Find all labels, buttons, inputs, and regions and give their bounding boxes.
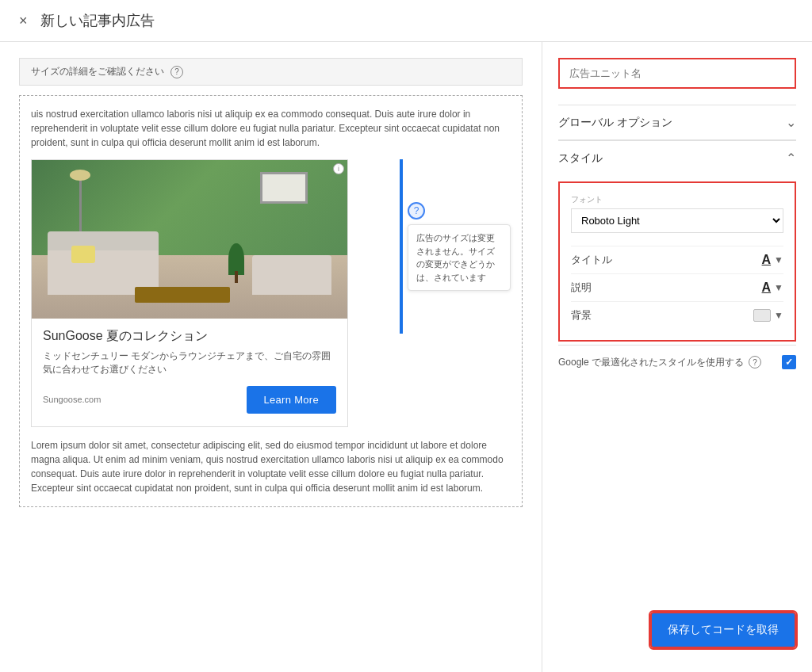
wall-art <box>260 172 308 204</box>
style-section-header[interactable]: スタイル ⌃ <box>558 140 796 175</box>
bg-color-label: 背景 <box>571 308 592 323</box>
google-optimize-checkbox[interactable]: ✓ <box>782 355 796 369</box>
ad-body: SunGoose 夏のコレクション ミッドセンチュリー モダンからラウンジチェア… <box>32 319 347 426</box>
ad-description: ミッドセンチュリー モダンからラウンジチェアまで、ご自宅の雰囲気に合わせてお選び… <box>43 349 336 376</box>
style-section: スタイル ⌃ フォント Roboto Light Arial Georgia T… <box>558 139 796 379</box>
ad-title: SunGoose 夏のコレクション <box>43 328 336 345</box>
font-label: フォント <box>571 194 783 205</box>
plant <box>228 243 244 275</box>
size-help-icon[interactable]: ? <box>170 66 183 78</box>
ad-domain: Sungoose.com <box>43 395 101 404</box>
desc-color-icon: A <box>762 281 772 295</box>
bg-color-arrow-icon: ▼ <box>774 310 783 321</box>
checkmark-icon: ✓ <box>785 357 793 368</box>
page-wrapper: × 新しい記事内広告 サイズの詳細をご確認ください ? uis nostrud … <box>0 0 812 672</box>
save-button-container: 保存してコードを取得 <box>558 596 796 656</box>
title-color-arrow-icon: ▼ <box>774 254 783 265</box>
size-notice-bar: サイズの詳細をご確認ください ? <box>19 58 523 86</box>
desc-color-row: 説明 A ▼ <box>571 273 783 301</box>
title-color-row: タイトル A ▼ <box>571 246 783 273</box>
header: × 新しい記事内広告 <box>0 0 812 42</box>
style-chevron-icon: ⌃ <box>786 151 796 166</box>
style-label: スタイル <box>558 151 603 166</box>
main-content: サイズの詳細をご確認ください ? uis nostrud exercitatio… <box>0 42 812 672</box>
global-options-section[interactable]: グローバル オプション ⌄ <box>558 105 796 139</box>
save-code-button[interactable]: 保存してコードを取得 <box>650 612 796 648</box>
ad-unit-name-input[interactable] <box>558 58 796 89</box>
ad-image <box>32 160 347 319</box>
ad-card: i <box>31 159 348 427</box>
preview-area: uis nostrud exercitation ullamco laboris… <box>19 95 523 507</box>
ad-info-icon[interactable]: i <box>333 163 344 174</box>
global-options-chevron-icon: ⌄ <box>786 115 796 130</box>
title-color-icon: A <box>762 253 772 267</box>
style-body: フォント Roboto Light Arial Georgia Times Ne… <box>558 181 796 342</box>
coffee-table <box>135 287 230 303</box>
size-notice-text: サイズの詳細をご確認ください <box>31 65 164 78</box>
left-panel: サイズの詳細をご確認ください ? uis nostrud exercitatio… <box>0 42 542 672</box>
tooltip-bubble: 広告のサイズは変更されません。サイズの変更ができどうかは、されています <box>408 224 511 291</box>
sofa-right <box>252 255 331 295</box>
tooltip-help-icon[interactable]: ? <box>408 202 425 220</box>
title-color-picker[interactable]: A ▼ <box>762 253 783 267</box>
bottom-lorem-text: Lorem ipsum dolor sit amet, consectetur … <box>31 438 511 495</box>
page-title: 新しい記事内広告 <box>40 11 155 30</box>
google-optimize-label: Google で最適化されたスタイルを使用する ? <box>558 356 761 369</box>
top-lorem-text: uis nostrud exercitation ullamco laboris… <box>31 107 511 150</box>
pillow <box>71 246 95 263</box>
ad-footer: Sungoose.com Learn More <box>43 386 336 417</box>
google-optimize-text: Google で最適化されたスタイルを使用する <box>558 356 744 369</box>
google-optimize-row: Google で最適化されたスタイルを使用する ? ✓ <box>558 345 796 379</box>
blue-indicator-bar <box>400 159 403 334</box>
desc-color-label: 説明 <box>571 281 592 295</box>
font-select[interactable]: Roboto Light Arial Georgia Times New Rom… <box>571 208 783 233</box>
lamp <box>79 176 82 239</box>
google-optimize-help-icon[interactable]: ? <box>749 356 761 368</box>
bg-color-row: 背景 ▼ <box>571 301 783 329</box>
desc-color-arrow-icon: ▼ <box>774 282 783 293</box>
close-button[interactable]: × <box>19 13 28 28</box>
title-color-label: タイトル <box>571 253 612 267</box>
spacer <box>558 379 796 596</box>
bg-color-swatch <box>753 309 771 322</box>
bg-color-picker[interactable]: ▼ <box>753 309 783 322</box>
global-options-label: グローバル オプション <box>558 116 672 130</box>
right-panel: グローバル オプション ⌄ スタイル ⌃ フォント Roboto Light A… <box>542 42 812 672</box>
learn-more-button[interactable]: Learn More <box>247 386 336 414</box>
desc-color-picker[interactable]: A ▼ <box>762 281 783 295</box>
